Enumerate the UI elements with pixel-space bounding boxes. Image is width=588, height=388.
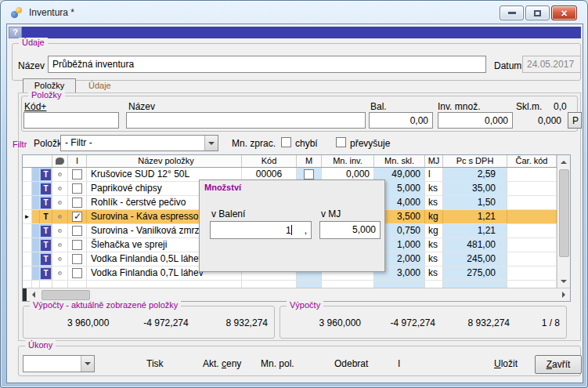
v-baleni-label: v Balení [211, 209, 245, 219]
barcode-cell [507, 224, 557, 238]
row-checkbox[interactable] [68, 238, 87, 252]
nazev-input[interactable]: Průběžná inventura [48, 56, 486, 73]
v-mj-input[interactable]: 5,000 [319, 221, 381, 239]
dropdown-arrow-icon[interactable] [204, 136, 218, 150]
row-checkbox[interactable] [68, 196, 87, 209]
note-dot-icon [52, 252, 68, 266]
app-window: Inventura * × ? Údaje Název Průběžná inv… [0, 0, 588, 388]
row-checkbox[interactable] [68, 182, 87, 195]
minimize-button[interactable] [500, 5, 524, 20]
vertical-scroll-thumb[interactable] [559, 169, 569, 257]
mj-cell: l [425, 168, 443, 181]
v-baleni-decimal: , [305, 224, 307, 237]
close-icon: × [561, 8, 567, 19]
type-badge: T [40, 224, 52, 238]
horizontal-scroll-thumb[interactable] [41, 290, 90, 300]
mj-cell: ks [425, 267, 443, 280]
odebrat-button[interactable]: Odebrat [334, 358, 368, 369]
bal-input[interactable]: 0,00 [369, 112, 433, 129]
udaje-group-caption: Údaje [19, 38, 48, 47]
totals-all-value: -4 972,274 [361, 317, 435, 328]
mn-pol-button[interactable]: Mn. pol. [261, 358, 294, 369]
barcode-cell [507, 238, 557, 252]
row-checkbox[interactable] [68, 252, 87, 266]
sklm-value: 0,000 [471, 115, 561, 126]
scroll-right-button[interactable] [557, 288, 570, 301]
row-strip [32, 210, 40, 223]
type-badge: T [40, 168, 52, 181]
tab-udaje[interactable]: Údaje [88, 81, 111, 90]
ukony-dropdown[interactable] [23, 355, 95, 372]
v-baleni-value: 1 [286, 224, 291, 237]
row-checkbox[interactable] [68, 210, 87, 223]
scroll-left-icon [32, 292, 35, 298]
filter-dropdown[interactable]: - Filtr - [60, 135, 218, 151]
mj-cell: ks [425, 182, 443, 195]
header-kod[interactable]: Kód [242, 155, 297, 167]
close-button[interactable]: × [551, 5, 577, 20]
kod-sort-link[interactable]: Kód+ [24, 101, 46, 112]
akt-ceny-button[interactable]: Akt. ceny [203, 358, 241, 369]
header-i[interactable]: I [68, 155, 87, 167]
title-bar[interactable]: Inventura * × [1, 1, 587, 24]
scroll-up-button[interactable] [557, 155, 570, 169]
quantity-popup: Množství v Balení 1, v MJ 5,000 [199, 179, 385, 272]
ulozit-button[interactable]: Uložit [494, 358, 518, 369]
barcode-cell [507, 267, 557, 280]
scroll-down-button[interactable] [557, 274, 570, 288]
horizontal-scrollbar[interactable] [23, 288, 570, 301]
chybi-checkbox[interactable] [281, 137, 291, 147]
i-button[interactable]: I [398, 358, 400, 369]
type-badge: T [40, 252, 52, 266]
type-badge: T [40, 182, 52, 195]
header-flag[interactable] [52, 155, 68, 167]
help-button[interactable]: ? [9, 27, 22, 38]
row-checkbox[interactable] [68, 224, 87, 238]
type-badge: T [40, 196, 52, 209]
p-button[interactable]: P [568, 112, 582, 129]
nazev-label: Název [18, 60, 45, 71]
kod-input[interactable] [23, 112, 119, 129]
tisk-button[interactable]: Tisk [146, 358, 164, 369]
v-baleni-input[interactable]: 1, [210, 221, 312, 239]
vertical-scrollbar[interactable] [557, 155, 570, 288]
header-name[interactable]: Název položky [87, 155, 242, 167]
mj-cell: ks [425, 196, 443, 209]
restore-button[interactable] [525, 5, 550, 20]
totals-all-caption: Výpočty [287, 300, 323, 310]
row-strip [32, 252, 40, 266]
totals-visible-value: 3 960,000 [30, 317, 109, 328]
row-marker [23, 252, 32, 266]
note-dot-icon [52, 196, 68, 209]
row-checkbox[interactable] [68, 267, 87, 280]
row-marker [23, 182, 32, 195]
filter-dropdown-value: - Filtr - [65, 137, 92, 148]
pc-cell: 1,21 [443, 210, 507, 223]
restore-icon [534, 10, 541, 16]
row-strip [32, 224, 40, 238]
table-header-row[interactable]: I Název položky Kód M Mn. inv. Mn. skl. … [23, 155, 557, 168]
filtr-label: Filtr [13, 140, 27, 149]
dropdown-arrow-icon[interactable] [81, 356, 94, 372]
header-mj[interactable]: MJ [425, 155, 443, 167]
scroll-right-icon [562, 292, 565, 298]
header-mn-inv[interactable]: Mn. inv. [322, 155, 374, 167]
prevysuje-checkbox[interactable] [336, 137, 346, 147]
pc-cell: 2,59 [443, 168, 507, 181]
pc-cell: 275,00 [443, 267, 507, 280]
comment-balloon-icon [56, 158, 64, 165]
header-blank [23, 155, 52, 167]
header-m[interactable]: M [297, 155, 322, 167]
row-strip [32, 168, 40, 181]
row-checkbox[interactable] [68, 168, 87, 181]
nazev-search-input[interactable] [126, 112, 366, 129]
row-marker [23, 238, 32, 252]
header-pc[interactable]: Pc s DPH [443, 155, 507, 167]
totals-all-value: 8 932,274 [435, 317, 510, 328]
header-car-kod[interactable]: Čar. kód [507, 155, 557, 167]
zavrit-button[interactable]: Zavřít [535, 355, 582, 374]
datum-input: 24.05.2017 [522, 56, 581, 73]
header-mn-skl[interactable]: Mn. skl. [374, 155, 425, 167]
scroll-left-button[interactable] [27, 288, 40, 301]
minimize-icon [508, 12, 516, 14]
